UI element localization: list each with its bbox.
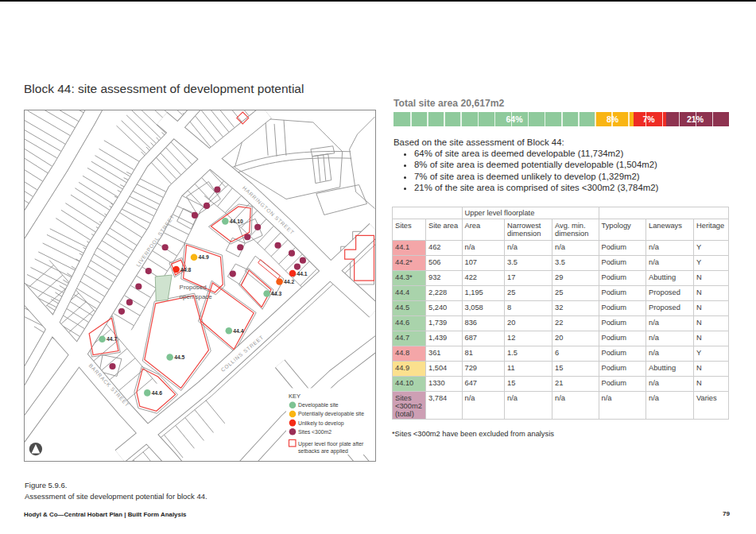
svg-text:44.4: 44.4 bbox=[233, 328, 243, 334]
svg-text:44.6: 44.6 bbox=[151, 390, 161, 396]
svg-text:Unlikely to develop: Unlikely to develop bbox=[297, 420, 343, 427]
svg-text:44.3: 44.3 bbox=[271, 291, 281, 296]
svg-text:44.5: 44.5 bbox=[174, 354, 184, 360]
svg-text:KEY: KEY bbox=[288, 393, 300, 400]
svg-text:44.10: 44.10 bbox=[229, 219, 242, 224]
svg-text:open space: open space bbox=[179, 293, 212, 300]
svg-text:setbacks are applied: setbacks are applied bbox=[297, 448, 347, 455]
svg-text:44.7: 44.7 bbox=[107, 336, 117, 342]
svg-text:Developable site: Developable site bbox=[297, 402, 338, 408]
svg-text:44.1: 44.1 bbox=[297, 271, 307, 277]
svg-text:Potentially developable site: Potentially developable site bbox=[297, 411, 363, 417]
svg-text:Upper level floor plate after: Upper level floor plate after bbox=[297, 441, 363, 447]
svg-text:44.8: 44.8 bbox=[180, 267, 191, 273]
svg-text:44.2: 44.2 bbox=[284, 279, 294, 284]
svg-text:Sites <300m2: Sites <300m2 bbox=[297, 429, 331, 435]
svg-text:44.9: 44.9 bbox=[198, 254, 208, 260]
svg-text:Proposed: Proposed bbox=[179, 284, 206, 291]
